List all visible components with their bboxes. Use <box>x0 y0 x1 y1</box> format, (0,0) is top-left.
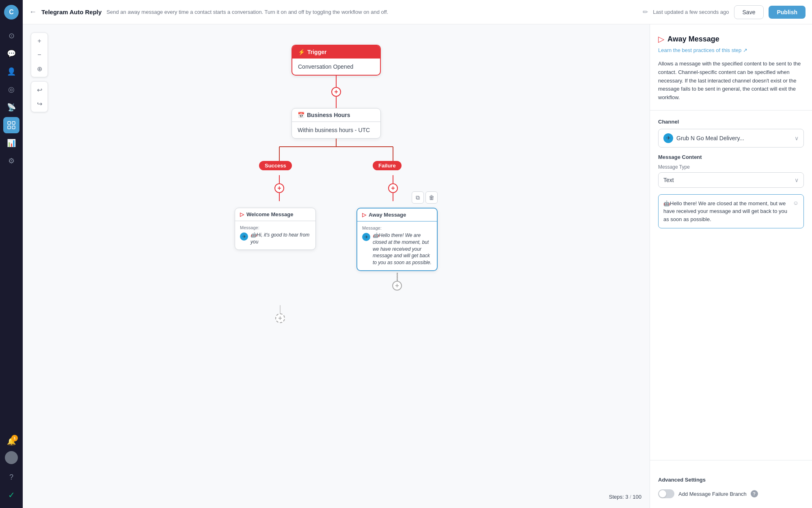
panel-description: Allows a message with the specified cont… <box>658 60 804 102</box>
message-type-select[interactable]: Text ∨ <box>658 172 804 188</box>
message-type-value: Text <box>663 177 674 183</box>
divider-1 <box>650 110 812 111</box>
canvas-panel: + − ⊕ ↩ ↪ ⚡ Trigger Conversation Opened <box>23 24 812 508</box>
undo-button[interactable]: ↩ <box>33 83 46 96</box>
toggle-knob <box>659 490 666 497</box>
zoom-in-button[interactable]: + <box>33 35 46 48</box>
add-step-button-1[interactable]: + <box>331 87 341 97</box>
trigger-body: Conversation Opened <box>292 59 380 75</box>
svg-rect-2 <box>8 126 11 129</box>
zoom-out-button[interactable]: − <box>33 48 46 61</box>
business-hours-header: 📅 Business Hours <box>292 109 380 122</box>
panel-header: ▷ Away Message <box>658 34 804 44</box>
last-updated: Last updated a few seconds ago <box>653 9 729 15</box>
panel-icon: ▷ <box>658 34 664 44</box>
svg-rect-1 <box>12 122 15 124</box>
welcome-message-node[interactable]: ▷ Welcome Message Message: ✈ 🤖Hi, it's g… <box>235 208 316 250</box>
message-box[interactable]: 🤖Hello there! We are closed at the momen… <box>658 194 804 229</box>
sidebar-item-check[interactable]: ✓ <box>3 487 19 503</box>
svg-rect-0 <box>8 122 11 124</box>
page-title: Telegram Auto Reply <box>41 9 102 15</box>
failure-branch-toggle[interactable] <box>658 489 674 498</box>
save-button[interactable]: Save <box>734 5 764 19</box>
failure-branch-label: Add Message Failure Branch <box>678 491 747 497</box>
edit-icon[interactable]: ✏ <box>643 8 648 16</box>
add-failure-step[interactable]: + <box>388 175 398 201</box>
advanced-settings: Advanced Settings Add Message Failure Br… <box>658 469 804 498</box>
sidebar-item-broadcast[interactable]: 📡 <box>3 99 19 115</box>
send-icon: ▷ <box>240 211 244 217</box>
external-link-icon: ↗ <box>743 47 747 53</box>
node-actions: ⧉ 🗑 <box>412 191 438 204</box>
right-panel: ▷ Away Message Learn the best practices … <box>650 24 812 508</box>
add-success-step[interactable]: + <box>274 175 284 201</box>
sidebar-item-reports[interactable]: 📊 <box>3 135 19 151</box>
sidebar-item-contacts[interactable]: 👤 <box>3 63 19 80</box>
trigger-icon: ⚡ <box>298 49 305 55</box>
copy-node-button[interactable]: ⧉ <box>412 191 424 204</box>
send-icon-away: ▷ <box>362 212 366 218</box>
chevron-down-icon-2: ∨ <box>795 177 799 183</box>
calendar-icon: 📅 <box>298 112 304 118</box>
canvas[interactable]: + − ⊕ ↩ ↪ ⚡ Trigger Conversation Opened <box>23 24 650 508</box>
divider-2 <box>650 460 812 460</box>
telegram-icon-welcome: ✈ <box>240 232 248 241</box>
welcome-message-header: ▷ Welcome Message <box>235 208 315 221</box>
away-message-node[interactable]: ▷ Away Message Message: ✈ 🤖Hello there! … <box>356 208 438 271</box>
canvas-undo-toolbar: ↩ ↪ <box>31 81 48 112</box>
business-hours-body: Within business hours - UTC <box>292 122 380 138</box>
message-type-label: Message Type <box>658 164 804 170</box>
help-icon[interactable]: ? <box>751 490 758 497</box>
notification-badge: 1 <box>11 435 18 441</box>
user-avatar <box>5 451 18 464</box>
channel-section-title: Channel <box>658 119 804 125</box>
welcome-message-body: Message: ✈ 🤖Hi, it's good to hear from y… <box>235 221 315 250</box>
advanced-settings-title: Advanced Settings <box>658 477 804 483</box>
avatar: C <box>4 5 19 20</box>
away-message-body: Message: ✈ 🤖Hello there! We are closed a… <box>357 221 437 270</box>
channel-value: Grub N Go Meal Delivery... <box>676 135 744 141</box>
away-message-header: ▷ Away Message <box>357 208 437 221</box>
failure-branch-row: Add Message Failure Branch ? <box>658 489 804 498</box>
welcome-node-container: ▷ Welcome Message Message: ✈ 🤖Hi, it's g… <box>235 208 316 291</box>
redo-button[interactable]: ↪ <box>33 97 46 110</box>
sidebar-item-workflow[interactable] <box>3 117 19 133</box>
chevron-down-icon: ∨ <box>795 135 799 141</box>
fit-screen-button[interactable]: ⊕ <box>33 62 46 75</box>
left-sidebar: C ⊙ 💬 👤 ◎ 📡 📊 ⚙ 🔔 1 ? ✓ <box>0 0 23 508</box>
panel-title: Away Message <box>667 35 719 43</box>
header-description: Send an away message every time a contac… <box>106 9 636 15</box>
failure-label: Failure <box>373 161 402 170</box>
svg-rect-3 <box>12 126 15 129</box>
connector-line-1 <box>336 76 337 87</box>
message-content-area: 🤖Hello there! We are closed at the momen… <box>658 194 804 229</box>
message-text: 🤖Hello there! We are closed at the momen… <box>663 200 790 224</box>
telegram-channel-icon: ✈ <box>663 133 673 143</box>
add-after-welcome[interactable]: + <box>275 305 285 323</box>
sidebar-item-help[interactable]: ? <box>3 469 19 485</box>
sidebar-item-notification[interactable]: 🔔 1 <box>3 433 19 449</box>
message-content-section: Message Content <box>658 154 804 160</box>
sidebar-item-chat[interactable]: 💬 <box>3 46 19 62</box>
telegram-icon-away: ✈ <box>362 233 370 241</box>
business-hours-node[interactable]: 📅 Business Hours Within business hours -… <box>292 108 381 139</box>
steps-indicator: Steps: 3 / 100 <box>609 494 641 500</box>
back-button[interactable]: ← <box>29 8 37 16</box>
trigger-node[interactable]: ⚡ Trigger Conversation Opened <box>292 45 381 76</box>
success-label: Success <box>259 161 292 170</box>
header: ← Telegram Auto Reply Send an away messa… <box>23 0 812 24</box>
canvas-toolbar: + − ⊕ <box>31 33 48 77</box>
connector-line-2 <box>336 97 337 108</box>
main-area: ← Telegram Auto Reply Send an away messa… <box>23 0 812 508</box>
channel-select[interactable]: ✈ Grub N Go Meal Delivery... ∨ <box>658 129 804 148</box>
trigger-header: ⚡ Trigger <box>292 46 380 59</box>
emoji-button[interactable]: ☺ <box>793 200 799 206</box>
sidebar-item-dashboard[interactable]: ⊙ <box>3 28 19 44</box>
publish-button[interactable]: Publish <box>769 6 806 19</box>
delete-node-button[interactable]: 🗑 <box>425 191 438 204</box>
learn-best-practices-link[interactable]: Learn the best practices of this step ↗ <box>658 47 804 53</box>
away-node-container: ⧉ 🗑 ▷ Away Message Message: <box>356 208 438 291</box>
sidebar-item-target[interactable]: ◎ <box>3 81 19 98</box>
sidebar-item-settings[interactable]: ⚙ <box>3 153 19 169</box>
